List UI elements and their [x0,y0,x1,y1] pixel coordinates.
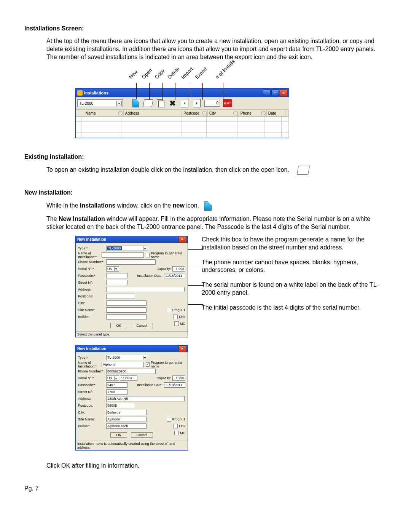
lbl-link: Link [179,424,185,428]
lbl-city: City: [78,411,106,414]
link-checkbox[interactable] [173,424,178,428]
lbl-phone: Phone Number:* [78,369,106,373]
col-address[interactable]: Address [125,111,139,115]
name-field[interactable]: Aiphone [102,362,144,367]
toolbar-labels-diagram: New Open Copy Delete Import Export # of … [75,66,387,88]
prog-checkbox[interactable] [167,417,171,422]
postcode-field[interactable]: 98005 [106,403,135,408]
sitename-field[interactable] [106,307,147,313]
lbl-serial: Serial N°:* [78,376,106,380]
mc-checkbox[interactable] [174,431,179,435]
minimize-button[interactable]: _ [263,89,271,96]
maximize-button[interactable]: □ [271,89,279,96]
window-title: Installations [84,91,108,95]
install-count: 0 [204,100,220,107]
serial-num-field[interactable]: 112407 [120,375,137,381]
col-city[interactable]: City [209,111,216,115]
cancel-button[interactable]: Cancel [131,323,153,328]
search-icon[interactable] [261,111,266,115]
city-field[interactable]: Bellevue [106,410,147,415]
ok-button[interactable]: OK [110,432,127,438]
install-date-field[interactable]: 11/18/2011 [164,273,185,278]
lbl-city: City: [78,301,106,305]
address-field[interactable] [106,287,185,292]
dlg-title: New Installation [77,347,106,351]
lbl-count: # of installs [214,59,236,80]
link-checkbox[interactable] [173,315,178,319]
type-dropdown[interactable]: TL-2000 [77,99,123,107]
page-number: Pg. 7 [24,485,387,492]
installations-grid[interactable]: Name Address Postcode City Phone Date [76,110,289,138]
import-button[interactable] [180,99,189,108]
lbl-street: Street N°: [78,281,106,284]
install-date-field[interactable]: 11/18/2011 [164,382,185,388]
col-phone[interactable]: Phone [241,111,252,115]
exit-button[interactable]: EXIT [223,99,232,107]
passcode-field[interactable] [106,273,127,278]
lbl-capacity: Capacity: [156,376,171,380]
search-icon[interactable] [118,111,123,115]
close-button[interactable]: × [280,89,287,96]
close-button[interactable]: × [178,345,186,352]
col-postcode[interactable]: Postcode [183,111,199,115]
new-installation-dialog-2: New Installation × Type:*TL-2000 Name of… [75,345,188,451]
cancel-button[interactable]: Cancel [131,432,153,438]
capacity-field[interactable]: 1,998 [172,375,185,381]
new-icon [204,201,212,211]
lbl-open: Open [140,67,153,80]
callout-1: Check this box to have the program gener… [202,236,387,252]
program-gen-checkbox[interactable]: ✓ [146,362,150,367]
callout-3: The serial number is found on a white la… [202,281,387,297]
type-combo[interactable]: TL-2000 [106,355,148,360]
lbl-install-date: Installation Date: [137,274,162,278]
phone-field[interactable] [106,259,156,265]
col-name[interactable]: Name [86,111,96,115]
lbl-sitename: Site Name: [78,308,106,312]
installations-window: Installations _ □ × TL-2000 ✖ 0 EXIT Nam… [75,88,289,138]
copy-button[interactable] [156,99,165,108]
lbl-install-date: Installation Date: [137,383,162,387]
name-field[interactable] [102,252,144,258]
export-icon [193,99,201,107]
para-bottom: Click OK after filling in information. [24,462,387,470]
dlg-titlebar[interactable]: New Installation × [76,345,188,352]
lbl-copy: Copy [153,68,166,80]
dlg-titlebar[interactable]: New Installation × [76,236,188,243]
ok-button[interactable]: OK [110,323,127,328]
serial-prefix-combo[interactable]: US [106,375,119,381]
sitename-field[interactable]: Aiphone [106,417,147,422]
lbl-mc: MC [180,322,185,326]
lbl-sitename: Site Name: [78,417,106,421]
builder-field[interactable]: Aiphone Tech [106,423,147,429]
app-icon [77,90,83,96]
titlebar[interactable]: Installations _ □ × [76,89,289,97]
open-button[interactable] [143,99,153,108]
passcode-field[interactable]: 2407 [106,382,127,388]
delete-button[interactable]: ✖ [168,99,177,108]
type-combo[interactable]: TL-2000 [106,246,148,251]
street-field[interactable] [106,280,127,285]
serial-prefix-combo[interactable]: US [106,266,119,272]
search-icon[interactable] [233,111,238,115]
search-icon[interactable] [202,111,207,115]
capacity-field[interactable]: 1,998 [172,266,185,272]
new-button[interactable] [131,99,140,108]
street-field[interactable]: 1700 [106,389,127,395]
close-button[interactable]: × [178,236,186,243]
postcode-field[interactable] [106,294,135,299]
prog-checkbox[interactable] [167,308,171,312]
lbl-passcode: Passcode:* [78,383,106,387]
new-installation-dialog-1: New Installation × Type:*TL-2000 Name of… [75,236,188,337]
open-icon [297,166,310,175]
city-field[interactable] [106,300,147,306]
lbl-program-gen: Program to generate name [151,361,185,368]
mc-checkbox[interactable] [174,321,179,326]
phone-field[interactable]: 8006920200 [106,369,156,374]
program-gen-checkbox[interactable] [146,253,150,257]
col-date[interactable]: Date [268,111,276,115]
builder-field[interactable] [106,314,147,320]
import-icon [181,99,188,107]
export-button[interactable] [192,99,201,108]
lbl-name: Name of Installation:* [78,251,102,259]
address-field[interactable]: 130th Ave NE [106,396,185,401]
